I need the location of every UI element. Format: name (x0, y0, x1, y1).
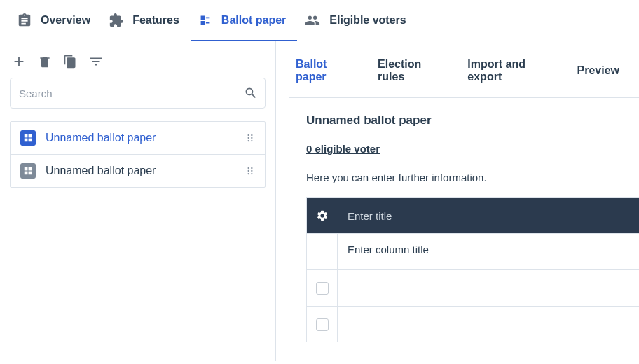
svg-rect-2 (25, 139, 28, 142)
svg-point-8 (248, 140, 249, 141)
tab-eligible-voters[interactable]: Eligible voters (297, 0, 417, 41)
ballot-title: Unnamed ballot paper (306, 113, 639, 127)
search-box[interactable] (10, 78, 266, 108)
options-table: Enter title Enter column title (306, 197, 639, 342)
table-title-placeholder[interactable]: Enter title (338, 210, 639, 222)
eligible-voters-link[interactable]: 0 eligible voter (306, 143, 380, 155)
row-cell[interactable] (338, 307, 639, 342)
svg-point-19 (251, 173, 252, 174)
search-input[interactable] (18, 87, 244, 100)
svg-point-6 (248, 137, 249, 139)
row-checkbox[interactable] (316, 318, 329, 331)
svg-rect-11 (29, 167, 32, 171)
drag-handle-icon[interactable] (245, 166, 255, 176)
filter-icon[interactable] (88, 54, 104, 69)
column-title-placeholder[interactable]: Enter column title (338, 234, 639, 270)
svg-rect-1 (29, 134, 32, 138)
ballot-icon (198, 13, 213, 28)
drag-handle-icon[interactable] (245, 133, 255, 143)
svg-rect-10 (25, 167, 28, 171)
row-checkbox[interactable] (316, 282, 329, 295)
svg-point-17 (251, 170, 252, 172)
svg-point-15 (251, 167, 252, 169)
left-pane: Unnamed ballot paper Unnamed ballot pape… (0, 41, 276, 361)
row-cell[interactable] (338, 270, 639, 306)
tab-overview[interactable]: Overview (10, 0, 102, 41)
ballot-detail-card: Unnamed ballot paper 0 eligible voter He… (289, 97, 639, 342)
ballot-item-icon (20, 163, 36, 178)
svg-rect-12 (25, 172, 28, 175)
table-header-row: Enter column title (307, 233, 639, 270)
svg-point-4 (248, 134, 249, 136)
svg-rect-13 (29, 172, 32, 175)
tab-label: Ballot paper (221, 14, 286, 27)
checkbox-cell (307, 270, 338, 306)
ballot-item-icon (20, 130, 36, 146)
ballot-item-label: Unnamed ballot paper (46, 132, 235, 144)
svg-point-5 (251, 134, 252, 136)
table-row (307, 306, 639, 342)
gear-icon[interactable] (307, 209, 338, 222)
delete-icon[interactable] (38, 55, 52, 69)
sub-tabs: Ballot paper Election rules Import and e… (276, 41, 639, 97)
top-tabs: Overview Features Ballot paper Eligible … (0, 0, 639, 41)
people-icon (304, 13, 321, 28)
svg-point-18 (248, 173, 249, 174)
tab-features[interactable]: Features (102, 0, 191, 41)
clipboard-icon (17, 13, 32, 28)
sub-tab-ballot-paper[interactable]: Ballot paper (296, 58, 354, 83)
svg-point-16 (248, 170, 249, 172)
info-text: Here you can enter further information. (306, 172, 639, 183)
sub-tab-import-export[interactable]: Import and export (467, 58, 553, 83)
sub-tab-preview[interactable]: Preview (577, 64, 619, 77)
svg-rect-3 (29, 139, 32, 142)
checkbox-cell (307, 307, 338, 342)
svg-rect-0 (25, 134, 28, 138)
right-pane: Ballot paper Election rules Import and e… (276, 41, 639, 361)
svg-point-7 (251, 137, 252, 139)
spacer-cell (307, 234, 338, 270)
ballot-list-item[interactable]: Unnamed ballot paper (11, 122, 265, 155)
add-icon[interactable] (11, 54, 27, 69)
table-row (307, 270, 639, 306)
ballot-list: Unnamed ballot paper Unnamed ballot pape… (10, 121, 266, 188)
tab-label: Features (132, 14, 179, 27)
table-head: Enter title (307, 198, 639, 233)
copy-icon[interactable] (63, 55, 77, 69)
svg-point-9 (251, 140, 252, 141)
toolbar (10, 50, 266, 78)
ballot-list-item[interactable]: Unnamed ballot paper (11, 155, 265, 187)
ballot-item-label: Unnamed ballot paper (46, 164, 235, 177)
sub-tab-election-rules[interactable]: Election rules (378, 58, 444, 83)
puzzle-icon (109, 13, 124, 28)
svg-point-14 (248, 167, 249, 169)
main-content: Unnamed ballot paper Unnamed ballot pape… (0, 41, 639, 361)
tab-ballot-paper[interactable]: Ballot paper (191, 0, 297, 41)
tab-label: Overview (41, 14, 90, 27)
search-icon[interactable] (244, 86, 258, 100)
tab-label: Eligible voters (329, 14, 406, 27)
